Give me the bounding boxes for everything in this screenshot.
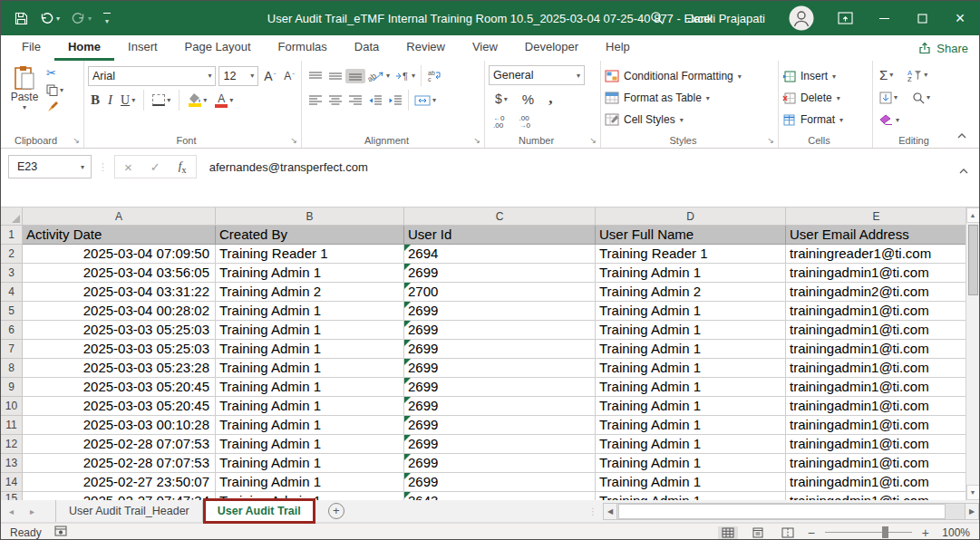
zoom-in-button[interactable]: + [922,526,929,540]
cell-styles-button[interactable]: Cell Styles ▾ [605,109,774,130]
cell-user-full-name[interactable]: Training Admin 1 [596,473,786,492]
maximize-button[interactable] [903,1,941,35]
cell-user-full-name[interactable]: Training Admin 1 [596,435,786,454]
cell-user-full-name[interactable]: Training Admin 1 [596,302,786,321]
insert-cells-button[interactable]: Insert ▾ [782,65,868,87]
increase-font-size-button[interactable]: Aˆ [261,67,278,85]
cell-activity-date[interactable]: 2025-03-03 05:25:03 [23,321,216,340]
formula-input[interactable]: afernandes@transperfect.com [209,160,972,174]
cell-activity-date[interactable]: 2025-03-03 00:10:28 [23,416,216,435]
fill-color-button[interactable]: ▾ [185,92,209,109]
scroll-down-button[interactable]: ▼ [966,485,980,500]
cell-user-full-name[interactable]: Training Admin 1 [596,416,786,435]
header-cell-user-id[interactable]: User Id [404,226,596,245]
insert-function-button[interactable]: fx [179,159,187,175]
column-header-a[interactable]: A [23,207,216,226]
conditional-formatting-button[interactable]: Conditional Formatting ▾ [605,65,774,87]
cell-activity-date[interactable]: 2025-03-04 03:56:05 [23,264,216,283]
font-size-select[interactable]: 12▾ [218,66,258,86]
collapse-ribbon-button[interactable] [957,126,966,142]
normal-view-button[interactable] [718,526,738,539]
cell-user-full-name[interactable]: Training Admin 1 [596,321,786,340]
redo-button[interactable]: ▾ [72,13,92,24]
sheet-tab-active[interactable]: User Audit Trail [203,498,315,524]
column-header-c[interactable]: C [404,207,596,226]
cell-user-id[interactable]: 2699 [404,264,596,283]
cell-user-email[interactable]: trainingadmin1@ti.com [786,454,967,473]
cell-activity-date[interactable]: 2025-02-28 07:07:53 [23,435,216,454]
zoom-slider-thumb[interactable] [882,526,888,538]
close-button[interactable]: × [941,1,979,35]
zoom-out-button[interactable]: − [808,526,815,540]
dialog-launcher-icon[interactable]: ↘ [73,136,80,145]
cell-user-full-name[interactable]: Training Reader 1 [596,245,786,264]
column-header-d[interactable]: D [596,207,786,226]
tab-review[interactable]: Review [393,35,459,61]
accounting-format-button[interactable]: $▾ [492,90,510,108]
tab-help[interactable]: Help [592,35,644,61]
format-painter-button[interactable] [44,101,65,112]
cell-activity-date[interactable]: 2025-02-27 23:50:07 [23,473,216,492]
row-header[interactable]: 11 [1,416,23,435]
align-right-button[interactable] [345,93,365,108]
customize-quick-access-button[interactable]: ▾ [103,13,111,24]
align-top-button[interactable] [306,69,325,83]
tab-formulas[interactable]: Formulas [265,35,341,61]
bold-button[interactable]: B [88,91,102,110]
name-box[interactable]: E23 ▾ [8,155,92,178]
header-cell-user-email[interactable]: User Email Address [786,226,967,245]
italic-button[interactable]: I [105,91,115,110]
tab-insert[interactable]: Insert [114,35,171,61]
row-header[interactable]: 10 [1,397,23,416]
horizontal-scrollbar[interactable]: ⋮ ◀ ▶ [588,502,979,520]
tab-file[interactable]: File [8,35,54,61]
zoom-level[interactable]: 100% [939,526,970,539]
cell-activity-date[interactable]: 2025-03-03 05:25:03 [23,340,216,359]
share-button[interactable]: Share [918,35,968,61]
page-layout-view-button[interactable] [748,526,768,539]
expand-formula-bar-button[interactable] [959,161,968,178]
clear-button[interactable]: ▾ [877,112,902,128]
vertical-scrollbar[interactable]: ▲ ▼ [965,207,979,500]
row-header[interactable]: 6 [1,321,23,340]
cell-user-email[interactable]: trainingreader1@ti.com [786,245,967,264]
header-cell-user-full-name[interactable]: User Full Name [596,226,786,245]
cell-created-by[interactable]: Training Admin 1 [216,359,404,378]
fill-button[interactable]: ▾ [877,90,900,106]
scroll-right-button[interactable]: ▶ [965,503,979,520]
scrollbar-splitter[interactable]: ⋮ [588,506,603,516]
comma-style-button[interactable]: , [546,88,555,110]
cell-user-email[interactable]: trainingadmin1@ti.com [786,302,967,321]
cell-user-email[interactable]: trainingadmin1@ti.com [786,321,967,340]
number-format-select[interactable]: General▾ [489,65,585,85]
format-as-table-button[interactable]: Format as Table ▾ [605,87,774,109]
sheet-nav-right-icon[interactable]: ▸ [22,506,43,516]
formula-bar-splitter[interactable]: ⋮ [92,161,114,173]
cell-activity-date[interactable]: 2025-03-03 05:20:45 [23,397,216,416]
cell-user-email[interactable]: trainingadmin1@ti.com [786,340,967,359]
column-header-b[interactable]: B [216,207,404,226]
cell-created-by[interactable]: Training Admin 1 [216,473,404,492]
cell-created-by[interactable]: Training Admin 1 [216,454,404,473]
decrease-decimal-button[interactable]: .00→0 [516,113,532,131]
row-header[interactable]: 2 [1,245,23,264]
row-header[interactable]: 13 [1,454,23,473]
column-header-e[interactable]: E [786,207,967,226]
row-header[interactable]: 7 [1,340,23,359]
scroll-left-button[interactable]: ◀ [603,503,617,520]
percent-style-button[interactable]: % [519,90,537,109]
cell-activity-date[interactable]: 2025-03-04 03:31:22 [23,283,216,302]
ribbon-display-options-button[interactable] [826,1,865,35]
cell-user-id[interactable]: 2699 [404,359,596,378]
merge-center-button[interactable]: ▾ [412,93,439,108]
cell-created-by[interactable]: Training Admin 1 [216,264,404,283]
cell-created-by[interactable]: Training Admin 1 [216,340,404,359]
row-header[interactable]: 5 [1,302,23,321]
dialog-launcher-icon[interactable]: ↘ [767,136,774,145]
horizontal-scroll-thumb[interactable] [618,504,946,519]
macro-record-button[interactable] [54,526,67,539]
cell-user-email[interactable]: trainingadmin2@ti.com [786,283,967,302]
row-header[interactable]: 15 [1,492,23,500]
cell-user-full-name[interactable]: Training Admin 1 [596,397,786,416]
cell-created-by[interactable]: Training Admin 1 [216,416,404,435]
